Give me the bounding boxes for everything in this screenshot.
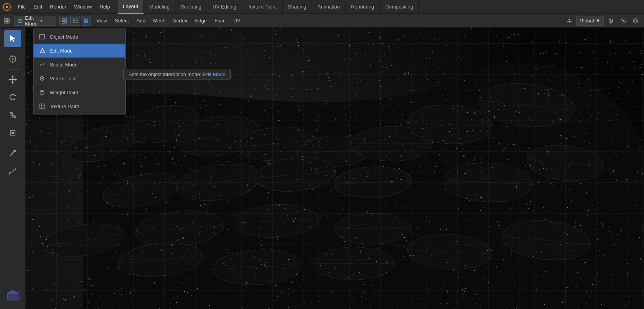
svg-rect-6 — [5, 19, 7, 20]
toolbar-edge[interactable]: Edge — [191, 15, 211, 26]
svg-rect-13 — [62, 19, 64, 20]
tab-texture-paint[interactable]: Texture Paint — [242, 0, 283, 14]
tab-compositing[interactable]: Compositing — [380, 0, 419, 14]
mode-dropdown-menu: Object Mode Edit Mode Sculpt Mode Vertex… — [33, 28, 126, 115]
svg-point-25 — [610, 20, 612, 22]
menu-help[interactable]: Help — [96, 0, 114, 14]
toolbar-uv[interactable]: UV — [229, 15, 244, 26]
toolbar-vertex[interactable]: Vertex — [169, 15, 191, 26]
weight-paint-label: Weight Paint — [50, 90, 78, 95]
dropdown-object-mode[interactable]: Object Mode — [34, 30, 125, 44]
svg-rect-19 — [84, 19, 88, 23]
proportional-edit-btn[interactable] — [618, 15, 629, 26]
move-tool[interactable] — [4, 71, 21, 88]
face-select-btn[interactable] — [81, 16, 91, 26]
menu-file[interactable]: File — [14, 0, 30, 14]
tooltip-prefix: Sets the object interaction mode: — [128, 71, 201, 77]
svg-rect-16 — [65, 21, 67, 23]
svg-point-1 — [6, 6, 8, 8]
svg-rect-15 — [62, 21, 64, 23]
scale-tool[interactable] — [4, 107, 21, 124]
sidebar-divider-2 — [5, 69, 20, 70]
global-orientation-btn[interactable]: Global ▼ — [576, 16, 604, 26]
toolbar-mesh[interactable]: Mesh — [149, 15, 169, 26]
cursor-tool[interactable] — [4, 51, 21, 68]
blender-logo — [0, 0, 14, 14]
svg-marker-43 — [8, 78, 10, 81]
snap-btn[interactable] — [605, 15, 616, 26]
menu-edit[interactable]: Edit — [30, 0, 46, 14]
mode-dropdown[interactable]: Edit Mode ▼ — [14, 16, 56, 26]
svg-marker-32 — [10, 35, 15, 42]
svg-marker-60 — [18, 290, 21, 300]
menu-window[interactable]: Window — [70, 0, 96, 14]
dropdown-sculpt-mode[interactable]: Sculpt Mode — [34, 58, 125, 71]
svg-point-29 — [622, 20, 624, 22]
top-menubar: File Edit Render Window Help Layout Mode… — [0, 0, 644, 14]
mode-dropdown-arrow: ▼ — [40, 19, 53, 23]
mesh-select-btns — [59, 16, 91, 26]
toolbar-view[interactable]: View — [93, 15, 111, 26]
transform-orientation-icon — [564, 15, 575, 26]
vertex-select-btn[interactable] — [59, 16, 69, 26]
weight-paint-icon — [38, 88, 46, 96]
global-arrow: ▼ — [595, 18, 600, 24]
svg-rect-58 — [7, 293, 18, 300]
svg-point-38 — [12, 58, 13, 60]
tab-animation[interactable]: Animation — [312, 0, 346, 14]
measure-tool[interactable] — [4, 163, 21, 180]
tab-uv-editing[interactable]: UV Editing — [207, 0, 242, 14]
sculpt-mode-label: Sculpt Mode — [50, 62, 78, 68]
svg-marker-23 — [571, 20, 572, 22]
vertex-paint-label: Vertex Paint — [50, 76, 77, 81]
svg-marker-41 — [12, 75, 14, 77]
svg-marker-22 — [568, 19, 570, 20]
vertex-paint-icon — [38, 75, 46, 82]
texture-paint-label: Texture Paint — [50, 104, 79, 109]
svg-rect-52 — [12, 132, 14, 134]
object-mode-label: Object Mode — [50, 34, 78, 40]
sculpt-mode-icon — [38, 61, 46, 68]
dropdown-weight-paint[interactable]: Weight Paint — [34, 85, 125, 99]
transform-tool[interactable] — [4, 124, 21, 141]
svg-rect-66 — [40, 92, 44, 94]
right-controls: Global ▼ — [564, 15, 644, 26]
toolbar-face[interactable]: Face — [211, 15, 229, 26]
dropdown-texture-paint[interactable]: Texture Paint — [34, 99, 125, 113]
svg-marker-10 — [19, 19, 22, 22]
svg-rect-14 — [65, 19, 67, 20]
tab-sculpting[interactable]: Sculpting — [175, 0, 207, 14]
viewport-display-btn[interactable] — [2, 15, 12, 26]
svg-rect-7 — [7, 19, 9, 20]
xray-toggle[interactable] — [630, 15, 641, 26]
svg-marker-44 — [15, 78, 17, 81]
svg-line-53 — [10, 151, 15, 156]
svg-point-31 — [634, 20, 637, 22]
mode-label: Edit Mode — [25, 15, 38, 27]
select-tool[interactable] — [4, 30, 21, 47]
rotate-tool[interactable] — [4, 89, 21, 106]
toolbar-select[interactable]: Select — [111, 15, 133, 26]
menu-render[interactable]: Render — [46, 0, 70, 14]
svg-point-65 — [41, 78, 43, 79]
mode-tooltip: Sets the object interaction mode: Edit M… — [123, 69, 231, 80]
svg-marker-42 — [12, 82, 14, 84]
viewport-cube[interactable] — [4, 285, 21, 304]
second-toolbar: Edit Mode ▼ View Select Add Mesh Vertex — [0, 14, 644, 28]
tab-rendering[interactable]: Rendering — [346, 0, 380, 14]
toolbar-add[interactable]: Add — [133, 15, 149, 26]
edge-select-btn[interactable] — [70, 16, 80, 26]
texture-paint-icon — [38, 102, 46, 110]
svg-rect-61 — [40, 34, 44, 39]
tab-layout[interactable]: Layout — [118, 0, 144, 14]
svg-marker-59 — [7, 290, 18, 293]
edit-mode-label: Edit Mode — [50, 48, 73, 54]
tab-shading[interactable]: Shading — [283, 0, 312, 14]
dropdown-vertex-paint[interactable]: Vertex Paint — [34, 71, 125, 85]
edit-mode-icon — [39, 47, 46, 54]
tab-modeling[interactable]: Modeling — [144, 0, 175, 14]
sidebar-divider-3 — [5, 143, 20, 143]
workspace-tabs: Layout Modeling Sculpting UV Editing Tex… — [118, 0, 419, 14]
dropdown-edit-mode[interactable]: Edit Mode — [34, 44, 125, 58]
annotate-tool[interactable] — [4, 145, 21, 162]
